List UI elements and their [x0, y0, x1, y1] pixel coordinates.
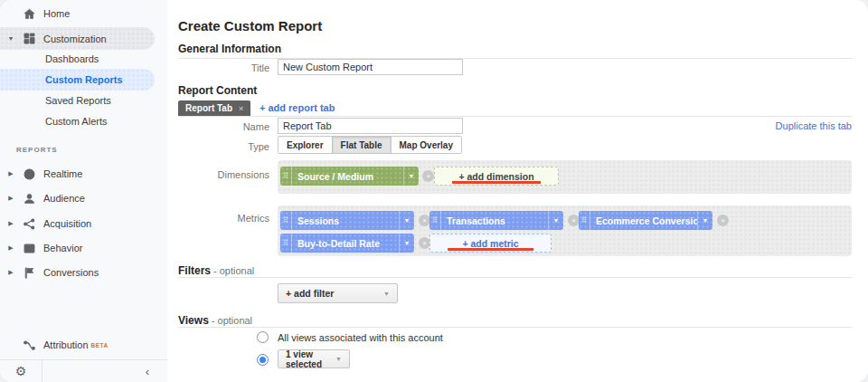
- home-icon: [22, 6, 36, 21]
- chevron-down-icon[interactable]: ▼: [0, 35, 22, 42]
- sidebar-item-conversions[interactable]: ▶ Conversions: [0, 262, 167, 283]
- gear-icon: ⚙: [15, 364, 27, 378]
- chevron-right-icon[interactable]: ▶: [0, 220, 22, 227]
- radio-all-views-label: All views associated with this account: [278, 332, 443, 343]
- chevron-right-icon[interactable]: ▶: [0, 170, 22, 177]
- chip-label: Ecommerce Conversion ...: [590, 215, 697, 226]
- type-option-explorer[interactable]: Explorer: [278, 137, 332, 153]
- sidebar: Home ▼ Customization Dashboards Custom R…: [0, 0, 167, 382]
- metrics-label: Metrics: [178, 213, 269, 224]
- name-input[interactable]: [278, 118, 463, 134]
- add-filter-label: + add filter: [286, 288, 334, 299]
- add-report-tab-link[interactable]: + add report tab: [259, 102, 335, 113]
- drag-handle-icon[interactable]: ⠿: [280, 167, 292, 186]
- chevron-right-icon[interactable]: ▶: [0, 269, 22, 276]
- type-option-flat-table[interactable]: Flat Table: [332, 137, 391, 153]
- attribution-icon: [22, 338, 36, 352]
- drag-handle-icon[interactable]: ⠿: [429, 211, 441, 230]
- add-metric-label: + add metric: [462, 238, 518, 249]
- behavior-icon: [22, 241, 36, 255]
- chevron-down-icon[interactable]: ▼: [399, 211, 414, 230]
- sidebar-item-label: Attribution: [43, 339, 89, 350]
- remove-metric-icon[interactable]: ×: [717, 215, 729, 226]
- drag-handle-icon[interactable]: ⠿: [280, 234, 292, 253]
- metric-chip-buy-to-detail-rate[interactable]: ⠿ Buy-to-Detail Rate ▼: [280, 234, 414, 253]
- filters-heading: Filters- optional: [178, 264, 254, 277]
- report-tab[interactable]: Report Tab ×: [178, 100, 250, 116]
- metric-chip-ecommerce-conversion[interactable]: ⠿ Ecommerce Conversion ... ▼: [579, 211, 712, 230]
- add-filter-dropdown[interactable]: + add filter ▼: [278, 283, 398, 303]
- radio-selected-views[interactable]: [257, 354, 269, 366]
- dimensions-label: Dimensions: [178, 169, 269, 180]
- sidebar-item-customization[interactable]: ▼ Customization: [0, 27, 155, 50]
- reports-section-label: REPORTS: [16, 146, 58, 154]
- views-heading: Views- optional: [178, 314, 252, 327]
- sidebar-item-label: Home: [43, 8, 70, 19]
- add-dimension-button[interactable]: + add dimension: [434, 167, 559, 186]
- dimension-chip-source-medium[interactable]: ⠿ Source / Medium ▼: [280, 167, 419, 186]
- chevron-right-icon[interactable]: ▶: [0, 195, 22, 202]
- chip-label: Source / Medium: [292, 171, 403, 182]
- sidebar-item-attribution[interactable]: Attribution BETA: [0, 334, 167, 356]
- type-label: Type: [178, 141, 269, 152]
- remove-dimension-icon[interactable]: ×: [422, 170, 434, 182]
- close-icon[interactable]: ×: [239, 104, 243, 113]
- optional-hint: - optional: [212, 315, 252, 326]
- drag-handle-icon[interactable]: ⠿: [280, 211, 292, 230]
- sidebar-item-acquisition[interactable]: ▶ Acquisition: [0, 213, 167, 234]
- sidebar-item-custom-reports[interactable]: Custom Reports: [0, 69, 155, 91]
- settings-button[interactable]: ⚙: [0, 360, 42, 382]
- type-button-group: Explorer Flat Table Map Overlay: [278, 136, 462, 154]
- chevron-down-icon: ▼: [335, 356, 342, 362]
- views-selected-label: 1 view selected: [286, 349, 326, 369]
- optional-hint: - optional: [213, 265, 254, 276]
- sidebar-item-label: Conversions: [43, 267, 99, 278]
- collapse-icon: ‹: [146, 365, 149, 378]
- general-information-heading: General Information: [178, 43, 281, 55]
- sidebar-item-dashboards[interactable]: Dashboards: [0, 48, 167, 70]
- customization-icon: [22, 32, 36, 46]
- sidebar-item-label: Acquisition: [43, 218, 91, 229]
- main-content: Create Custom Report General Information…: [167, 0, 868, 382]
- report-tab-label: Report Tab: [185, 103, 232, 113]
- radio-all-views[interactable]: [257, 331, 269, 343]
- sidebar-item-audience[interactable]: ▶ Audience: [0, 187, 167, 209]
- beta-badge: BETA: [91, 342, 108, 349]
- realtime-icon: [22, 167, 36, 181]
- add-dimension-label: + add dimension: [458, 171, 533, 182]
- drag-handle-icon[interactable]: ⠿: [579, 211, 590, 230]
- metric-chip-transactions[interactable]: ⠿ Transactions ▼: [429, 211, 563, 230]
- sidebar-item-label: Realtime: [43, 168, 82, 179]
- sidebar-item-saved-reports[interactable]: Saved Reports: [0, 90, 167, 111]
- chevron-down-icon[interactable]: ▼: [403, 167, 419, 186]
- sidebar-item-label: Custom Reports: [45, 74, 123, 85]
- annotation-underline: [452, 181, 541, 184]
- collapse-sidebar-button[interactable]: ‹: [42, 360, 167, 382]
- chevron-down-icon[interactable]: ▼: [548, 211, 563, 230]
- chip-label: Transactions: [441, 215, 548, 226]
- sidebar-item-label: Customization: [43, 33, 107, 44]
- dimensions-panel: ⠿ Source / Medium ▼ × + add dimension: [278, 160, 852, 194]
- duplicate-tab-link[interactable]: Duplicate this tab: [776, 120, 852, 131]
- chevron-right-icon[interactable]: ▶: [0, 244, 22, 252]
- conversions-icon: [22, 265, 36, 280]
- type-option-map-overlay[interactable]: Map Overlay: [391, 137, 461, 153]
- name-label: Name: [178, 121, 269, 132]
- sidebar-item-custom-alerts[interactable]: Custom Alerts: [0, 110, 167, 132]
- chevron-down-icon[interactable]: ▼: [697, 211, 712, 230]
- metric-chip-sessions[interactable]: ⠿ Sessions ▼: [280, 211, 414, 230]
- page-title: Create Custom Report: [178, 18, 322, 33]
- sidebar-item-behavior[interactable]: ▶ Behavior: [0, 237, 167, 259]
- title-label: Title: [178, 62, 269, 73]
- chevron-down-icon[interactable]: ▼: [399, 234, 414, 253]
- sidebar-item-realtime[interactable]: ▶ Realtime: [0, 163, 167, 185]
- section-divider: [178, 327, 852, 328]
- sidebar-item-label: Audience: [43, 193, 85, 204]
- metrics-panel: ⠿ Sessions ▼ × ⠿ Transactions ▼ × ⠿ Ecom…: [278, 205, 852, 256]
- tab-bar-divider: [178, 116, 852, 117]
- title-input[interactable]: [278, 59, 463, 75]
- chip-label: Buy-to-Detail Rate: [292, 238, 399, 249]
- add-metric-button[interactable]: + add metric: [429, 234, 552, 253]
- views-selected-dropdown[interactable]: 1 view selected ▼: [278, 349, 350, 368]
- sidebar-item-home[interactable]: Home: [0, 3, 167, 24]
